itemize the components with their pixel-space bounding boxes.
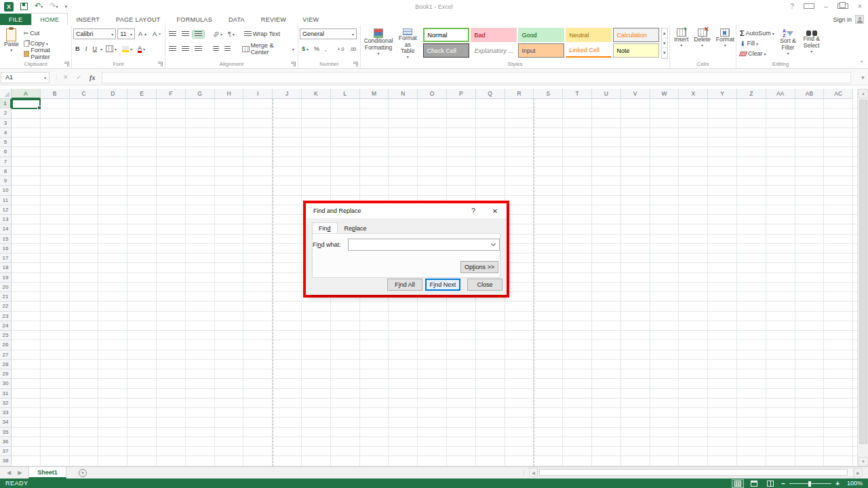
- cut-button[interactable]: ✂ Cut: [22, 28, 70, 38]
- row-header-22[interactable]: 22: [0, 302, 12, 311]
- row-header-1[interactable]: 1: [0, 99, 12, 108]
- expand-formula-bar-icon[interactable]: ▼: [861, 75, 865, 80]
- column-header-p[interactable]: P: [447, 89, 476, 99]
- row-header-15[interactable]: 15: [0, 235, 12, 244]
- close-button[interactable]: ×: [854, 3, 865, 10]
- cell-style-note[interactable]: Note: [613, 43, 659, 58]
- clear-button[interactable]: Clear ▾: [738, 49, 776, 58]
- ribbon-tab-review[interactable]: REVIEW: [253, 14, 294, 25]
- column-header-g[interactable]: G: [186, 89, 215, 99]
- cancel-icon[interactable]: ✕: [63, 74, 68, 81]
- column-header-j[interactable]: J: [273, 89, 302, 99]
- percent-style-button[interactable]: %: [312, 45, 321, 53]
- find-all-button[interactable]: Find All: [387, 279, 422, 291]
- row-header-11[interactable]: 11: [0, 196, 12, 205]
- accounting-format-button[interactable]: $▾: [300, 45, 311, 53]
- sign-in[interactable]: Sign in: [833, 15, 864, 24]
- autosum-button[interactable]: ΣAutoSum ▾: [738, 28, 776, 38]
- borders-button[interactable]: ▾: [104, 45, 119, 53]
- zoom-in-icon[interactable]: +: [835, 480, 840, 487]
- underline-button[interactable]: U: [91, 45, 100, 53]
- ribbon-tab-home[interactable]: HOME: [31, 13, 68, 25]
- formula-input[interactable]: [102, 72, 851, 83]
- font-size-combo[interactable]: 11▾: [117, 28, 135, 39]
- wrap-text-button[interactable]: Wrap Text: [242, 30, 282, 38]
- column-header-o[interactable]: O: [418, 89, 447, 99]
- scroll-right-icon[interactable]: ▶: [854, 468, 863, 477]
- column-header-u[interactable]: U: [592, 89, 621, 99]
- row-header-6[interactable]: 6: [0, 147, 12, 157]
- column-header-ac[interactable]: AC: [824, 89, 853, 99]
- scroll-down-icon[interactable]: ▼: [859, 457, 868, 466]
- grow-font-button[interactable]: A▲: [136, 30, 149, 38]
- row-header-37[interactable]: 37: [0, 447, 12, 456]
- row-header-2[interactable]: 2: [0, 108, 12, 118]
- row-header-13[interactable]: 13: [0, 215, 12, 224]
- column-header-v[interactable]: V: [621, 89, 650, 99]
- new-sheet-icon[interactable]: +: [79, 469, 87, 477]
- horizontal-scroll-thumb[interactable]: [539, 469, 848, 476]
- horizontal-scrollbar[interactable]: ◀ ▶: [529, 467, 863, 478]
- paste-button[interactable]: Paste▾: [1, 26, 22, 60]
- row-header-16[interactable]: 16: [0, 244, 12, 253]
- vertical-scroll-thumb[interactable]: [859, 100, 867, 444]
- row-header-18[interactable]: 18: [0, 263, 12, 272]
- row-header-33[interactable]: 33: [0, 408, 12, 418]
- cell-style-normal[interactable]: Normal: [423, 28, 469, 42]
- clipboard-dialog-launcher[interactable]: [64, 62, 69, 66]
- styles-more-icon[interactable]: ▼: [662, 48, 667, 58]
- undo-icon[interactable]: ↶▾: [35, 2, 43, 11]
- row-header-8[interactable]: 8: [0, 167, 12, 176]
- restore-button[interactable]: [837, 3, 848, 10]
- customize-qat-icon[interactable]: ▾: [64, 4, 67, 9]
- dialog-close-button[interactable]: ✕: [485, 203, 505, 218]
- fill-button[interactable]: ⬇Fill ▾: [738, 39, 776, 48]
- row-header-24[interactable]: 24: [0, 321, 12, 331]
- alignment-dialog-launcher[interactable]: [291, 62, 296, 66]
- column-header-a[interactable]: A: [12, 89, 41, 99]
- insert-cells-button[interactable]: Insert▾: [671, 26, 691, 60]
- dialog-help-button[interactable]: ?: [463, 203, 484, 218]
- format-cells-button[interactable]: Format▾: [713, 26, 737, 60]
- redo-icon[interactable]: ↷▾: [50, 2, 58, 11]
- column-header-c[interactable]: C: [70, 89, 99, 99]
- ribbon-tab-page-layout[interactable]: PAGE LAYOUT: [108, 14, 168, 25]
- row-header-28[interactable]: 28: [0, 360, 12, 369]
- find-next-button[interactable]: Find Next: [425, 279, 460, 291]
- align-left-button[interactable]: [167, 45, 178, 53]
- conditional-formatting-button[interactable]: Conditional Formatting▾: [362, 26, 395, 60]
- page-layout-view-button[interactable]: [749, 480, 760, 487]
- scroll-up-icon[interactable]: ▲: [859, 89, 868, 98]
- column-header-i[interactable]: I: [243, 89, 273, 99]
- column-header-aa[interactable]: AA: [766, 89, 795, 99]
- zoom-level[interactable]: 100%: [845, 480, 865, 487]
- row-header-25[interactable]: 25: [0, 331, 12, 340]
- find-what-dropdown-icon[interactable]: [488, 240, 498, 249]
- row-header-26[interactable]: 26: [0, 340, 12, 350]
- name-box-splitter[interactable]: ⋮: [54, 75, 59, 81]
- cell-style-bad[interactable]: Bad: [471, 28, 517, 42]
- cell-style-good[interactable]: Good: [518, 28, 564, 42]
- row-header-38[interactable]: 38: [0, 456, 12, 466]
- column-header-w[interactable]: W: [650, 89, 679, 99]
- column-header-b[interactable]: B: [41, 89, 70, 99]
- row-header-7[interactable]: 7: [0, 157, 12, 167]
- bold-button[interactable]: B: [73, 45, 82, 53]
- column-header-r[interactable]: R: [505, 89, 534, 99]
- column-header-ab[interactable]: AB: [795, 89, 825, 99]
- row-header-3[interactable]: 3: [0, 119, 12, 128]
- column-header-l[interactable]: L: [331, 89, 360, 99]
- name-box[interactable]: A1▾: [1, 72, 50, 83]
- font-name-combo[interactable]: Calibri▾: [73, 28, 116, 39]
- row-header-34[interactable]: 34: [0, 418, 12, 427]
- delete-cells-button[interactable]: Delete▾: [691, 26, 713, 60]
- cell-style-input[interactable]: Input: [518, 43, 564, 58]
- fill-color-button[interactable]: ▾: [120, 45, 134, 53]
- row-header-5[interactable]: 5: [0, 138, 12, 147]
- tab-scroll-splitter[interactable]: ⋮: [521, 470, 526, 476]
- middle-align-button[interactable]: [180, 30, 191, 38]
- increase-decimal-button[interactable]: +.0: [336, 46, 347, 52]
- cell-style-check-cell[interactable]: Check Cell: [423, 43, 469, 58]
- styles-scroll-down-icon[interactable]: ▼: [662, 39, 667, 49]
- row-header-23[interactable]: 23: [0, 312, 12, 321]
